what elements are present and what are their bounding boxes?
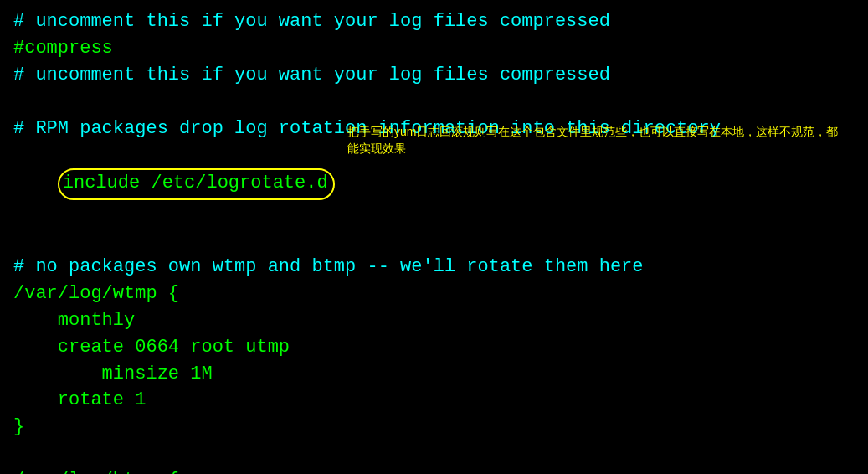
code-line-2: #compress [13,35,855,62]
code-line-8: # no packages own wtmp and btmp -- we'll… [13,254,855,281]
include-directive: include /etc/logrotate.d [58,168,335,200]
empty-line-1 [13,89,855,116]
code-line-11: create 0664 root utmp [13,334,855,361]
chinese-annotation: 把手写的yum日志回滚规则写在这个包含文件里规范些，也可以直接写在本地，这样不规… [347,124,841,157]
code-line-10: monthly [13,307,855,334]
code-line-12: minsize 1M [13,361,855,388]
code-line-3: # uncomment this if you want your log fi… [13,62,855,89]
code-line-1: # uncomment this if you want your log fi… [13,8,855,35]
terminal-window: # uncomment this if you want your log fi… [0,0,868,474]
empty-line-3 [13,441,855,467]
code-line-13: rotate 1 [13,387,855,414]
code-line-16: /var/log/btmp { [13,467,855,474]
empty-line-2 [13,227,855,254]
code-line-14: } [13,414,855,441]
code-line-9: /var/log/wtmp { [13,281,855,307]
